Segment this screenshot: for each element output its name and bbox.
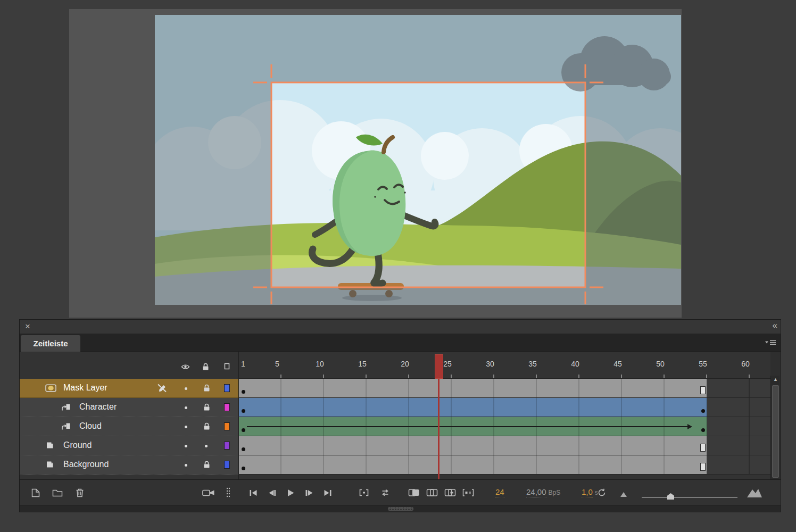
frame-span[interactable] <box>239 398 707 417</box>
playhead-line <box>438 379 440 479</box>
layer-visible-dot[interactable] <box>185 464 187 467</box>
layer-visible-dot[interactable] <box>185 387 187 390</box>
keyframe-dot[interactable] <box>242 428 245 432</box>
frame-grid[interactable] <box>239 379 770 475</box>
goto-first-frame-button[interactable] <box>245 485 261 501</box>
horizontal-scrollbar[interactable] <box>20 505 781 512</box>
frame-ruler[interactable]: 1 5 10 15 20 25 30 35 40 45 50 55 60 <box>239 352 770 379</box>
pencil-slash-icon <box>157 384 167 393</box>
frame-row-mask-layer[interactable] <box>239 379 770 398</box>
pane-grip-icon[interactable] <box>224 485 233 501</box>
modify-onion-markers-button[interactable] <box>460 485 476 501</box>
horizontal-scrollbar-thumb[interactable] <box>388 507 413 511</box>
span-end-marker[interactable] <box>700 444 706 452</box>
frame-row-cloud[interactable] <box>239 417 770 436</box>
collapse-icon[interactable]: « <box>773 320 776 331</box>
panel-header: × « <box>20 320 781 334</box>
clipped-layer-icon <box>61 422 71 430</box>
frame-area[interactable]: 1 5 10 15 20 25 30 35 40 45 50 55 60 <box>239 352 770 479</box>
tween-arrow-head <box>687 424 692 429</box>
tab-bar: Zeitleiste <box>20 334 781 352</box>
frame-rate-readout[interactable]: 24,00BpS <box>526 487 560 496</box>
current-frame-readout[interactable]: 24 <box>495 487 504 496</box>
ruler-number: 30 <box>486 360 494 368</box>
onion-skin-outlines-button[interactable] <box>424 485 440 501</box>
ruler-number: 35 <box>528 360 537 368</box>
layer-lock-icon[interactable] <box>203 384 210 392</box>
onion-skin-button[interactable] <box>406 485 422 501</box>
keyframe-dot[interactable] <box>242 390 245 394</box>
playhead-marker[interactable] <box>435 354 443 379</box>
ruler-number: 40 <box>571 360 579 368</box>
span-end-marker[interactable] <box>700 463 706 471</box>
layer-color-swatch[interactable] <box>224 442 230 450</box>
layer-unlocked-dot[interactable] <box>205 445 208 447</box>
layer-row-background[interactable]: Background <box>20 455 238 475</box>
close-icon[interactable]: × <box>25 321 30 332</box>
frame-row-character[interactable] <box>239 398 770 417</box>
timeline-toolbar: 24 24,00BpS 1,0s <box>20 479 781 505</box>
reset-timer-icon[interactable] <box>595 486 608 499</box>
layer-visible-dot[interactable] <box>185 445 187 447</box>
ruler-number: 50 <box>656 360 665 368</box>
ruler-ticks <box>239 375 770 378</box>
frame-row-background[interactable] <box>239 455 770 475</box>
keyframe-dot[interactable] <box>701 428 705 432</box>
layer-color-swatch[interactable] <box>224 384 230 392</box>
layer-row-ground[interactable]: Ground <box>20 436 238 455</box>
vertical-scrollbar[interactable]: ▲ <box>770 376 780 479</box>
layer-list: Mask Layer <box>20 379 238 475</box>
zoom-in-mountain-icon[interactable] <box>747 487 762 498</box>
timeline-zoom-slider[interactable] <box>642 497 737 498</box>
step-forward-button[interactable] <box>301 485 317 501</box>
loop-playback-button[interactable] <box>377 485 393 501</box>
layer-color-swatch[interactable] <box>224 403 230 411</box>
ruler-number: 45 <box>613 360 622 368</box>
layer-visible-dot[interactable] <box>185 426 187 428</box>
frame-span[interactable] <box>239 436 707 455</box>
frame-span[interactable] <box>239 455 707 474</box>
tab-zeitleiste[interactable]: Zeitleiste <box>21 335 80 352</box>
keyframe-dot[interactable] <box>242 447 245 451</box>
edit-multiple-frames-button[interactable] <box>442 485 458 501</box>
visibility-column-eye-icon[interactable] <box>181 364 190 370</box>
camera-button[interactable] <box>201 485 217 501</box>
layer-icon <box>45 442 54 449</box>
span-end-marker[interactable] <box>700 386 706 394</box>
frame-span[interactable] <box>239 417 707 436</box>
layer-row-mask-layer[interactable]: Mask Layer <box>20 379 238 398</box>
layer-row-cloud[interactable]: Cloud <box>20 417 238 436</box>
keyframe-dot[interactable] <box>701 409 705 413</box>
step-back-button[interactable] <box>264 485 280 501</box>
new-folder-button[interactable] <box>49 485 65 501</box>
layer-visible-dot[interactable] <box>185 406 187 409</box>
tween-arrow-line <box>247 426 690 427</box>
zoom-out-mountain-icon[interactable] <box>620 491 627 497</box>
layer-row-character[interactable]: Character <box>20 398 238 417</box>
new-layer-button[interactable] <box>27 485 43 501</box>
layer-lock-icon[interactable] <box>203 403 210 411</box>
layer-name: Mask Layer <box>63 383 107 393</box>
frame-span[interactable] <box>239 379 707 397</box>
outline-column-icon[interactable] <box>224 363 230 370</box>
layer-color-swatch[interactable] <box>224 422 230 430</box>
frame-row-ground[interactable] <box>239 436 770 455</box>
layer-lock-icon[interactable] <box>203 461 210 469</box>
zoom-slider-thumb[interactable] <box>667 493 674 500</box>
play-button[interactable] <box>283 485 298 501</box>
vertical-scrollbar-thumb[interactable] <box>772 385 779 478</box>
layer-color-swatch[interactable] <box>224 461 230 469</box>
keyframe-dot[interactable] <box>242 467 245 470</box>
timeline-panel: × « Zeitleiste <box>19 319 781 512</box>
lock-column-lock-icon[interactable] <box>202 363 209 371</box>
center-frame-button[interactable] <box>356 485 372 501</box>
goto-last-frame-button[interactable] <box>320 485 336 501</box>
panel-menu-icon[interactable] <box>765 339 776 346</box>
ruler-number: 55 <box>699 360 707 368</box>
scroll-up-icon[interactable]: ▲ <box>773 377 778 382</box>
delete-layer-button[interactable] <box>72 485 88 501</box>
keyframe-dot[interactable] <box>242 409 245 413</box>
stage-artwork[interactable] <box>155 15 681 305</box>
layer-lock-icon[interactable] <box>203 422 210 430</box>
stage[interactable] <box>69 9 682 318</box>
